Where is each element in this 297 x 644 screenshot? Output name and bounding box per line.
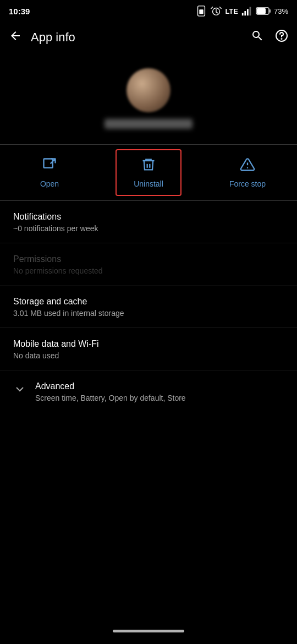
open-label: Open xyxy=(40,179,59,188)
notifications-section[interactable]: Notifications ~0 notifications per week xyxy=(0,201,297,243)
advanced-title: Advanced xyxy=(35,381,186,391)
battery-percent: 73% xyxy=(274,7,288,15)
uninstall-label: Uninstall xyxy=(134,179,163,188)
svg-rect-9 xyxy=(247,9,249,15)
page-title: App info xyxy=(31,30,251,45)
home-indicator xyxy=(113,630,184,632)
force-stop-label: Force stop xyxy=(229,179,266,188)
open-button[interactable]: Open xyxy=(16,150,82,195)
svg-line-6 xyxy=(220,7,222,9)
storage-section[interactable]: Storage and cache 3.01 MB used in intern… xyxy=(0,286,297,328)
svg-rect-8 xyxy=(244,11,246,15)
app-icon-section xyxy=(0,55,297,144)
force-stop-button[interactable]: Force stop xyxy=(215,150,280,195)
mobile-data-subtitle: No data used xyxy=(13,351,284,360)
top-bar: App info xyxy=(0,20,297,55)
permissions-title: Permissions xyxy=(13,254,284,264)
lte-label: LTE xyxy=(225,7,238,15)
status-icons: LTE 73% xyxy=(195,5,288,17)
svg-rect-13 xyxy=(257,8,266,14)
mobile-data-title: Mobile data and Wi-Fi xyxy=(13,339,284,349)
nav-bar xyxy=(0,618,297,644)
notifications-subtitle: ~0 notifications per week xyxy=(13,224,284,233)
advanced-subtitle: Screen time, Battery, Open by default, S… xyxy=(35,394,186,402)
svg-rect-10 xyxy=(250,7,251,16)
storage-subtitle: 3.01 MB used in internal storage xyxy=(13,309,284,318)
svg-rect-7 xyxy=(242,13,244,16)
mobile-data-section[interactable]: Mobile data and Wi-Fi No data used xyxy=(0,328,297,370)
notifications-title: Notifications xyxy=(13,212,284,222)
permissions-section[interactable]: Permissions No permissions requested xyxy=(0,243,297,286)
signal-icon xyxy=(241,5,253,17)
action-row: Open Uninstall Force stop xyxy=(0,145,297,201)
status-time: 10:39 xyxy=(9,7,30,16)
advanced-content: Advanced Screen time, Battery, Open by d… xyxy=(35,381,186,402)
svg-line-4 xyxy=(216,12,218,13)
battery-icon xyxy=(256,7,271,15)
svg-rect-1 xyxy=(200,9,204,14)
svg-line-5 xyxy=(211,7,213,9)
storage-title: Storage and cache xyxy=(13,297,284,307)
uninstall-icon xyxy=(141,157,156,176)
chevron-down-icon xyxy=(13,383,26,399)
back-button[interactable] xyxy=(9,29,22,46)
open-icon xyxy=(42,157,57,176)
app-name xyxy=(105,119,193,129)
search-button[interactable] xyxy=(251,29,264,46)
svg-rect-12 xyxy=(270,9,271,13)
uninstall-button[interactable]: Uninstall xyxy=(116,149,182,196)
svg-point-15 xyxy=(282,39,282,39)
sim-icon xyxy=(195,5,207,17)
top-actions xyxy=(251,29,288,46)
alarm-icon xyxy=(210,5,222,17)
permissions-subtitle: No permissions requested xyxy=(13,266,284,275)
help-button[interactable] xyxy=(275,29,288,46)
app-avatar xyxy=(127,68,170,112)
force-stop-icon xyxy=(240,157,255,176)
status-bar: 10:39 LTE 73% xyxy=(0,0,297,20)
advanced-section[interactable]: Advanced Screen time, Battery, Open by d… xyxy=(0,370,297,412)
